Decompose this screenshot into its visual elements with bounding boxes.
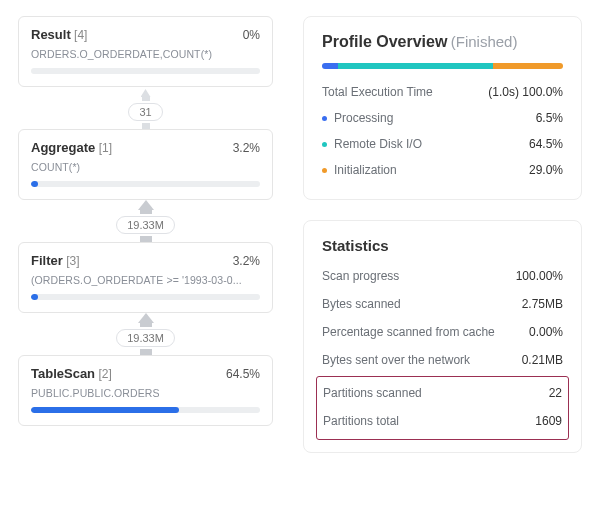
stat-label: Bytes sent over the network <box>322 353 470 367</box>
plan-node-tablescan[interactable]: TableScan [2] 64.5% PUBLIC.PUBLIC.ORDERS <box>18 355 273 426</box>
plan-node-result[interactable]: Result [4] 0% ORDERS.O_ORDERDATE,COUNT(*… <box>18 16 273 87</box>
stat-label: Bytes scanned <box>322 297 401 311</box>
item-value: 29.0% <box>529 163 563 177</box>
plan-edge: 19.33M <box>18 313 273 355</box>
stat-row: Partitions total 1609 <box>323 407 562 435</box>
plan-edge: 19.33M <box>18 200 273 242</box>
profile-stacked-bar <box>322 63 563 69</box>
item-label: Processing <box>334 111 393 125</box>
node-title: TableScan <box>31 366 95 381</box>
node-percent: 64.5% <box>226 367 260 381</box>
plan-node-filter[interactable]: Filter [3] 3.2% (ORDERS.O_ORDERDATE >= '… <box>18 242 273 313</box>
arrow-up-icon <box>141 89 151 97</box>
profile-item-row: Remote Disk I/O 64.5% <box>322 131 563 157</box>
total-value: (1.0s) 100.0% <box>488 85 563 99</box>
node-subtitle: (ORDERS.O_ORDERDATE >= '1993-03-0... <box>31 274 260 286</box>
node-index: [4] <box>74 28 87 42</box>
statistics-panel: Statistics Scan progress 100.00% Bytes s… <box>303 220 582 453</box>
stat-value: 2.75MB <box>522 297 563 311</box>
stat-value: 0.00% <box>529 325 563 339</box>
stat-label: Scan progress <box>322 269 399 283</box>
item-value: 6.5% <box>536 111 563 125</box>
node-title: Aggregate <box>31 140 95 155</box>
profile-title: Profile Overview <box>322 33 447 50</box>
edge-rowcount: 31 <box>128 103 162 121</box>
profile-item-row: Initialization 29.0% <box>322 157 563 183</box>
stat-value: 22 <box>549 386 562 400</box>
total-label: Total Execution Time <box>322 85 433 99</box>
legend-dot-icon <box>322 116 327 121</box>
stat-label: Partitions scanned <box>323 386 422 400</box>
query-plan-tree: Result [4] 0% ORDERS.O_ORDERDATE,COUNT(*… <box>18 16 273 453</box>
plan-edge: 31 <box>18 87 273 129</box>
node-subtitle: COUNT(*) <box>31 161 260 173</box>
edge-rowcount: 19.33M <box>116 329 175 347</box>
item-label: Remote Disk I/O <box>334 137 422 151</box>
edge-rowcount: 19.33M <box>116 216 175 234</box>
legend-dot-icon <box>322 142 327 147</box>
partitions-highlight: Partitions scanned 22 Partitions total 1… <box>316 376 569 440</box>
node-index: [3] <box>66 254 79 268</box>
node-index: [2] <box>98 367 111 381</box>
item-value: 64.5% <box>529 137 563 151</box>
node-subtitle: PUBLIC.PUBLIC.ORDERS <box>31 387 260 399</box>
node-percent: 0% <box>243 28 260 42</box>
arrow-up-icon <box>138 200 154 210</box>
stat-row: Bytes scanned 2.75MB <box>322 290 563 318</box>
profile-overview-panel: Profile Overview (Finished) Total Execut… <box>303 16 582 200</box>
stat-value: 0.21MB <box>522 353 563 367</box>
profile-status: (Finished) <box>451 33 518 50</box>
node-title: Filter <box>31 253 63 268</box>
profile-total-row: Total Execution Time (1.0s) 100.0% <box>322 79 563 105</box>
legend-dot-icon <box>322 168 327 173</box>
stat-row: Percentage scanned from cache 0.00% <box>322 318 563 346</box>
node-title: Result <box>31 27 71 42</box>
stat-value: 100.00% <box>516 269 563 283</box>
node-percent: 3.2% <box>233 141 260 155</box>
node-progress-bar <box>31 407 260 413</box>
plan-node-aggregate[interactable]: Aggregate [1] 3.2% COUNT(*) <box>18 129 273 200</box>
stat-row: Scan progress 100.00% <box>322 262 563 290</box>
node-progress-bar <box>31 68 260 74</box>
stat-value: 1609 <box>535 414 562 428</box>
arrow-up-icon <box>138 313 154 323</box>
node-subtitle: ORDERS.O_ORDERDATE,COUNT(*) <box>31 48 260 60</box>
node-progress-bar <box>31 294 260 300</box>
stat-row: Bytes sent over the network 0.21MB <box>322 346 563 374</box>
stat-label: Percentage scanned from cache <box>322 325 495 339</box>
profile-item-row: Processing 6.5% <box>322 105 563 131</box>
node-index: [1] <box>99 141 112 155</box>
stats-title: Statistics <box>322 237 563 254</box>
node-progress-bar <box>31 181 260 187</box>
stat-label: Partitions total <box>323 414 399 428</box>
stat-row: Partitions scanned 22 <box>323 379 562 407</box>
node-percent: 3.2% <box>233 254 260 268</box>
item-label: Initialization <box>334 163 397 177</box>
